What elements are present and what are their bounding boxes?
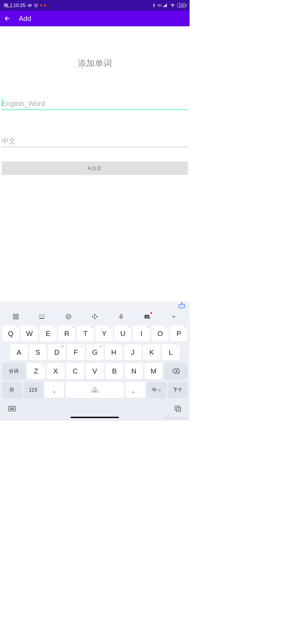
svg-rect-3 bbox=[163, 6, 164, 7]
status-bar: 晚上10:25 HD 100 bbox=[0, 0, 190, 11]
key-label: F bbox=[74, 348, 78, 357]
status-time: 晚上10:25 bbox=[4, 2, 26, 9]
key-m[interactable]: 、M bbox=[144, 363, 162, 379]
key-f[interactable]: #F bbox=[67, 344, 85, 360]
key-hint: @ bbox=[61, 345, 64, 348]
key-hint: 1 bbox=[16, 326, 18, 329]
key-w[interactable]: 2W bbox=[21, 325, 38, 342]
key-hint: * bbox=[158, 345, 159, 348]
key-label: W bbox=[26, 330, 33, 338]
svg-rect-5 bbox=[165, 5, 166, 7]
key-hint: _ bbox=[101, 364, 102, 367]
keyboard-switch-icon[interactable] bbox=[8, 405, 16, 413]
svg-point-40 bbox=[10, 409, 10, 409]
key-hint: ! bbox=[44, 345, 45, 348]
symbol-key[interactable]: 符 bbox=[2, 382, 22, 398]
hd-label: HD bbox=[158, 4, 161, 7]
key-d[interactable]: @D bbox=[48, 344, 66, 360]
segmentation-key[interactable]: 分词 bbox=[2, 363, 26, 379]
key-t[interactable]: 5T bbox=[77, 325, 94, 342]
english-word-input[interactable] bbox=[2, 98, 188, 110]
key-z[interactable]: (Z bbox=[27, 363, 45, 379]
number-key[interactable]: 123 bbox=[23, 382, 43, 398]
key-q[interactable]: 1Q bbox=[2, 325, 19, 342]
text-cursor-icon[interactable] bbox=[89, 313, 100, 321]
period-key[interactable]: 。 bbox=[126, 382, 145, 398]
key-x[interactable]: )X bbox=[47, 363, 65, 379]
home-indicator[interactable] bbox=[71, 417, 119, 418]
svg-point-28 bbox=[69, 316, 70, 316]
add-button[interactable]: ADD bbox=[2, 162, 188, 175]
key-label: R bbox=[64, 330, 69, 338]
key-label: X bbox=[53, 367, 58, 375]
key-hint: ? bbox=[176, 345, 178, 348]
svg-point-22 bbox=[41, 316, 42, 317]
key-label: D bbox=[54, 348, 59, 357]
clipboard-icon[interactable] bbox=[174, 405, 182, 414]
key-hint: " bbox=[139, 345, 140, 348]
key-label: B bbox=[112, 367, 117, 375]
svg-point-24 bbox=[44, 316, 45, 317]
key-hint: ~ bbox=[24, 345, 26, 348]
key-hint: 3 bbox=[53, 326, 55, 329]
next-key[interactable]: 下个 bbox=[168, 382, 187, 398]
key-k[interactable]: *K bbox=[143, 344, 161, 360]
lang-sub: /英 bbox=[157, 389, 161, 392]
key-hint: 6 bbox=[110, 326, 111, 329]
key-g[interactable]: %G bbox=[86, 344, 104, 360]
key-hint: ) bbox=[62, 364, 63, 367]
apps-icon[interactable] bbox=[10, 313, 21, 321]
key-l[interactable]: ?L bbox=[162, 344, 179, 360]
svg-rect-8 bbox=[179, 304, 185, 308]
key-label: K bbox=[149, 348, 154, 357]
space-key[interactable] bbox=[66, 382, 124, 398]
bluetooth-icon bbox=[152, 3, 156, 8]
key-u[interactable]: 7U bbox=[114, 325, 132, 342]
key-label: C bbox=[73, 367, 78, 375]
microphone-icon[interactable] bbox=[116, 313, 126, 321]
svg-rect-6 bbox=[166, 4, 167, 7]
backspace-key[interactable] bbox=[164, 363, 187, 379]
key-v[interactable]: _V bbox=[86, 363, 104, 379]
status-right: HD 100 bbox=[152, 3, 186, 8]
video-ai-icon[interactable] bbox=[142, 313, 153, 321]
chevron-down-icon[interactable] bbox=[168, 313, 179, 321]
language-key[interactable]: 中/英 bbox=[147, 382, 166, 398]
comma-key[interactable]: ， bbox=[44, 382, 64, 398]
key-h[interactable]: "H bbox=[105, 344, 122, 360]
chinese-input[interactable] bbox=[2, 135, 188, 147]
key-hint: ( bbox=[42, 364, 43, 367]
notification-dot bbox=[150, 312, 152, 314]
back-button[interactable] bbox=[4, 15, 11, 22]
alarm-icon bbox=[34, 3, 38, 8]
key-n[interactable]: ;N bbox=[125, 363, 143, 379]
key-a[interactable]: ~A bbox=[10, 344, 28, 360]
key-hint: " bbox=[120, 345, 121, 348]
svg-rect-4 bbox=[164, 5, 165, 7]
key-r[interactable]: 4R bbox=[58, 325, 75, 342]
key-c[interactable]: -C bbox=[66, 363, 84, 379]
keyboard-toolbar bbox=[0, 308, 190, 324]
key-label: V bbox=[92, 367, 97, 375]
key-p[interactable]: 0P bbox=[170, 325, 187, 342]
key-label: H bbox=[111, 348, 116, 357]
key-j[interactable]: "J bbox=[124, 344, 142, 360]
key-o[interactable]: 9O bbox=[152, 325, 169, 342]
key-i[interactable]: 8I bbox=[133, 325, 150, 342]
svg-rect-43 bbox=[176, 407, 181, 412]
key-y[interactable]: 6Y bbox=[96, 325, 113, 342]
key-b[interactable]: :B bbox=[105, 363, 123, 379]
svg-point-26 bbox=[66, 314, 71, 319]
emoji-icon[interactable] bbox=[63, 313, 74, 321]
text-cursor bbox=[2, 98, 2, 107]
key-s[interactable]: !S bbox=[29, 344, 47, 360]
svg-rect-35 bbox=[94, 387, 96, 390]
mute-icon bbox=[27, 3, 32, 8]
keyboard-mascot-icon[interactable] bbox=[178, 302, 186, 309]
key-hint: 7 bbox=[128, 326, 130, 329]
watermark: CSDN @枕上书531 bbox=[164, 416, 187, 420]
key-e[interactable]: 3E bbox=[39, 325, 57, 342]
key-hint: 8 bbox=[147, 326, 148, 329]
key-label: E bbox=[46, 330, 50, 338]
keyboard-layout-icon[interactable] bbox=[37, 313, 48, 321]
